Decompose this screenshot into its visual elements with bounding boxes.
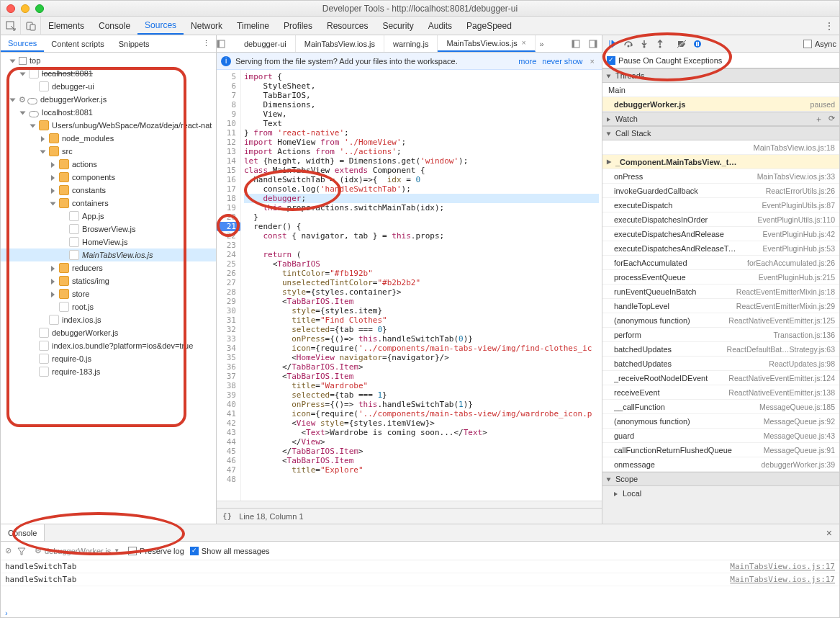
- line-number[interactable]: 41: [217, 409, 236, 418]
- tree-node[interactable]: node_modules: [1, 132, 216, 145]
- tab-sources[interactable]: Sources: [137, 17, 184, 35]
- deactivate-breakpoints-icon[interactable]: [674, 37, 689, 51]
- tree-node[interactable]: top: [1, 54, 216, 67]
- filter-icon[interactable]: [17, 547, 26, 555]
- line-number[interactable]: 28: [217, 287, 236, 297]
- disclosure-icon[interactable]: [61, 212, 68, 220]
- disclosure-icon[interactable]: [51, 277, 58, 285]
- code-line[interactable]: View,: [244, 109, 599, 119]
- line-number[interactable]: 22: [217, 231, 236, 241]
- line-number[interactable]: 14: [217, 156, 236, 166]
- disclosure-icon[interactable]: [31, 122, 38, 129]
- line-number[interactable]: 42: [217, 418, 236, 428]
- code-line[interactable]: <TabBarIOS.Item: [244, 456, 599, 465]
- stack-frame[interactable]: receiveEventReactNativeEventEmitter.js:1…: [602, 385, 839, 400]
- disclosure-icon[interactable]: [61, 251, 68, 259]
- line-number[interactable]: 19: [217, 203, 236, 212]
- tree-node[interactable]: index.ios.js: [1, 313, 216, 326]
- tree-node[interactable]: constants: [1, 184, 216, 197]
- code-line[interactable]: Dimensions,: [244, 100, 599, 109]
- code-line[interactable]: import HomeView from './HomeView';: [244, 138, 599, 147]
- code-line[interactable]: selected={tab === 0}: [244, 325, 599, 334]
- code-line[interactable]: title="Explore": [244, 465, 599, 475]
- info-more-link[interactable]: more: [518, 57, 536, 66]
- tab-audits[interactable]: Audits: [421, 17, 459, 35]
- stack-frame[interactable]: (anonymous function)MessageQueue.js:92: [602, 414, 839, 429]
- step-into-icon[interactable]: [637, 37, 651, 51]
- code-line[interactable]: console.log('handleSwitchTab');: [244, 184, 599, 194]
- stack-frame[interactable]: onPressMainTabsView.ios.js:33: [602, 169, 839, 184]
- disclosure-icon[interactable]: [61, 225, 68, 233]
- tree-node[interactable]: index.ios.bundle?platform=ios&dev=true: [1, 339, 216, 352]
- line-number[interactable]: 15: [217, 166, 236, 175]
- tree-node[interactable]: debugger-ui: [1, 80, 216, 93]
- line-number[interactable]: 48: [217, 475, 236, 484]
- tree-node[interactable]: debuggerWorker.js: [1, 326, 216, 339]
- stack-frame[interactable]: processEventQueueEventPluginHub.js:215: [602, 270, 839, 285]
- line-number[interactable]: 32: [217, 325, 236, 334]
- device-icon[interactable]: [21, 17, 41, 35]
- stack-frame[interactable]: handleTopLevelReactEventEmitterMixin.js:…: [602, 299, 839, 313]
- line-number[interactable]: 27: [217, 278, 236, 287]
- code-line[interactable]: class MainTabsView extends Component {: [244, 166, 599, 175]
- async-checkbox[interactable]: [803, 40, 812, 48]
- disclosure-icon[interactable]: [51, 290, 58, 297]
- tree-node[interactable]: localhost:8081: [1, 67, 216, 80]
- disclosure-icon[interactable]: [51, 174, 58, 181]
- line-number[interactable]: 10: [217, 119, 236, 128]
- thread-worker[interactable]: debuggerWorker.js paused: [602, 97, 839, 112]
- code-line[interactable]: handleSwitchTab = (idx)=>{ idx = 0: [244, 175, 599, 184]
- code-line[interactable]: return (: [244, 250, 599, 259]
- line-number[interactable]: 9: [217, 109, 236, 119]
- tree-node[interactable]: containers: [1, 197, 216, 210]
- code-line[interactable]: icon={require('../components/main-tabs-v…: [244, 409, 599, 418]
- code-line[interactable]: </View>: [244, 437, 599, 447]
- code-line[interactable]: onPress={()=> this.handleSwitchTab(1)}: [244, 400, 599, 409]
- tree-node[interactable]: store: [1, 287, 216, 300]
- code-line[interactable]: TabBarIOS,: [244, 91, 599, 100]
- line-number[interactable]: 35: [217, 353, 236, 362]
- line-number[interactable]: 40: [217, 400, 236, 409]
- line-number[interactable]: 21: [217, 222, 240, 231]
- code-line[interactable]: [244, 241, 599, 250]
- stack-frame[interactable]: guardMessageQueue.js:43: [602, 429, 839, 443]
- clear-console-icon[interactable]: ⊘: [5, 546, 12, 555]
- code-line[interactable]: import {: [244, 72, 599, 81]
- frame-selector[interactable]: ⚙ debuggerWorker.js ▼: [32, 545, 122, 557]
- nav-back-icon[interactable]: [217, 40, 235, 48]
- console-tab[interactable]: Console: [1, 524, 45, 541]
- line-number[interactable]: 34: [217, 344, 236, 353]
- callstack-section-head[interactable]: Call Stack: [602, 126, 839, 140]
- disclosure-icon[interactable]: [41, 148, 48, 155]
- watch-add-icon[interactable]: ＋: [815, 114, 823, 125]
- disclosure-icon[interactable]: [31, 342, 38, 349]
- line-number[interactable]: 5: [217, 72, 236, 81]
- line-number[interactable]: 29: [217, 297, 236, 306]
- stack-frame[interactable]: forEachAccumulatedforEachAccumulated.js:…: [602, 256, 839, 270]
- info-never-link[interactable]: never show: [542, 57, 582, 66]
- file-tab[interactable]: debugger-ui: [235, 35, 296, 52]
- code-line[interactable]: <TabBarIOS.Item: [244, 297, 599, 306]
- line-number[interactable]: 18: [217, 194, 236, 203]
- line-number[interactable]: 6: [217, 81, 236, 91]
- toggle-right-icon[interactable]: [584, 40, 602, 48]
- close-icon[interactable]: ×: [522, 39, 526, 47]
- pause-exceptions-icon[interactable]: [690, 37, 705, 51]
- stack-frame[interactable]: executeDispatchesAndReleaseTopLevelEvent…: [602, 241, 839, 256]
- console-row[interactable]: handleSwitchTabMainTabsView.ios.js:17: [1, 573, 839, 586]
- code-line[interactable]: debugger;: [244, 194, 599, 203]
- left-tabs-menu-icon[interactable]: ⋮: [197, 39, 216, 48]
- disclosure-icon[interactable]: [11, 96, 18, 103]
- line-number[interactable]: 46: [217, 456, 236, 465]
- line-number[interactable]: 39: [217, 390, 236, 400]
- console-row[interactable]: handleSwitchTabMainTabsView.ios.js:17: [1, 560, 839, 573]
- code-line[interactable]: selected={tab === 1}: [244, 390, 599, 400]
- line-number[interactable]: 31: [217, 315, 236, 325]
- line-gutter[interactable]: 5678910111213141516171819202122232425262…: [217, 70, 241, 501]
- stack-frame[interactable]: runEventQueueInBatchReactEventEmitterMix…: [602, 285, 839, 299]
- line-number[interactable]: 23: [217, 241, 236, 250]
- code-line[interactable]: style={styles.container}>: [244, 287, 599, 297]
- left-tab-content-scripts[interactable]: Content scripts: [44, 35, 111, 52]
- tree-node[interactable]: App.js: [1, 210, 216, 223]
- stack-frame[interactable]: MainTabsView.ios.js:18: [602, 140, 839, 155]
